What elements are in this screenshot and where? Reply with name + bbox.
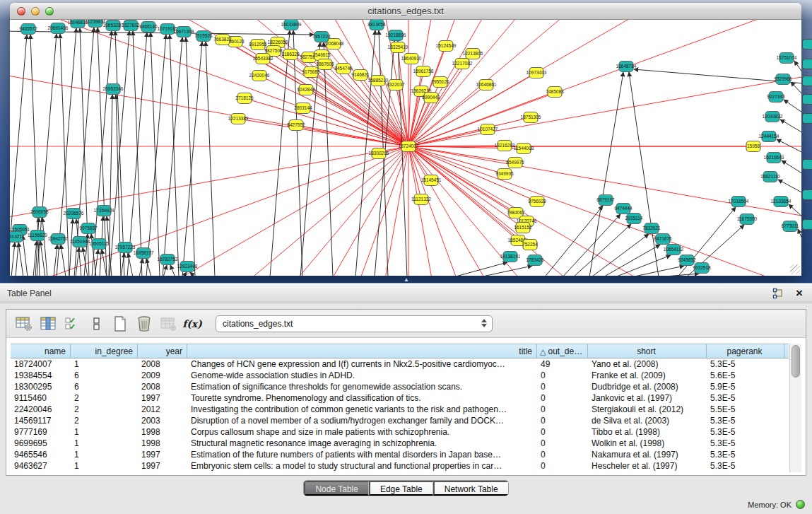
graph-node[interactable]: 8322037 [387, 80, 405, 90]
graph-node[interactable]: 9245652 [678, 255, 696, 266]
create-column-icon[interactable] [110, 313, 131, 334]
graph-node[interactable]: 16958107 [134, 248, 154, 259]
graph-node[interactable]: 7955126 [431, 77, 449, 88]
table-row[interactable]: 977716911998Corpus callosum shape and si… [11, 426, 789, 438]
cell-in_degree[interactable]: 1 [71, 460, 138, 472]
float-window-icon[interactable] [771, 286, 785, 300]
graph-node[interactable]: 9032518 [693, 263, 711, 274]
graph-node[interactable]: 8427552 [287, 120, 305, 131]
graph-node[interactable]: 16210643 [764, 153, 784, 163]
cell-name[interactable]: 9699695 [11, 438, 71, 449]
cell-title[interactable]: Embryonic stem cells: a model to study s… [187, 460, 537, 472]
graph-node[interactable]: 9227343 [767, 92, 785, 103]
cell-short[interactable]: de Silva et al. (2003) [588, 415, 707, 426]
graph-node[interactable]: 17016504 [729, 197, 749, 207]
graph-node[interactable]: 16033809 [281, 20, 302, 30]
table-row[interactable]: 969969511998Structural magnetic resonanc… [11, 438, 789, 449]
cell-title[interactable]: Estimation of significance thresholds fo… [187, 381, 537, 392]
scrollbar-thumb[interactable] [792, 345, 800, 378]
graph-node[interactable]: 12213805 [463, 49, 483, 59]
graph-node[interactable]: 9474444 [614, 204, 632, 214]
graph-node[interactable]: 18300295 [369, 148, 389, 159]
column-header-out_degree[interactable]: △out_de… [537, 344, 588, 358]
cell-title[interactable]: Estimation of the future numbers of pati… [187, 449, 537, 460]
cell-name[interactable]: 9465546 [11, 449, 71, 460]
graph-node[interactable]: 8549975 [506, 158, 524, 168]
cell-pagerank[interactable]: 5.3E-5 [707, 358, 784, 370]
graph-node[interactable]: 8466140 [139, 22, 158, 33]
graph-node[interactable]: 15124549 [436, 41, 457, 52]
table-mode-icon[interactable] [86, 313, 107, 334]
graph-node[interactable]: 2935114 [625, 214, 643, 224]
cell-year[interactable]: 1998 [138, 426, 187, 438]
table-row[interactable]: 911546021997Tourette syndrome. Phenomeno… [11, 392, 789, 404]
delete-column-icon[interactable] [134, 313, 155, 334]
cell-pagerank[interactable]: 5.3E-5 [707, 438, 784, 449]
graph-node[interactable]: 11156829 [28, 230, 47, 241]
table-selector-dropdown[interactable]: citations_edges.txt [216, 315, 493, 332]
cell-short[interactable]: Jankovic et al. (1997) [588, 392, 707, 404]
graph-node[interactable]: 8990443 [422, 93, 440, 103]
cell-out_degree[interactable]: 0 [537, 426, 588, 438]
table-row[interactable]: 2242004622012Investigating the contribut… [11, 404, 789, 415]
graph-node[interactable]: 13942757 [48, 234, 69, 245]
cell-pagerank[interactable]: 5.3E-5 [707, 426, 784, 438]
graph-node[interactable]: 18325419 [388, 42, 408, 53]
cell-title[interactable]: Tourette syndrome. Phenomenology and cla… [187, 392, 537, 404]
cell-year[interactable]: 1998 [138, 438, 187, 449]
graph-node[interactable]: 7485083 [546, 87, 564, 98]
graph-node[interactable]: 12444154 [759, 132, 779, 142]
graph-hub-node[interactable]: 18724007 [399, 141, 419, 152]
graph-node[interactable]: 16671308 [174, 27, 194, 37]
cell-name[interactable]: 18300295 [11, 381, 71, 392]
cell-out_degree[interactable]: 49 [537, 358, 588, 370]
table-row[interactable]: 1872400712008Changes of HCN gene express… [11, 358, 789, 370]
column-header-short[interactable]: short [588, 344, 707, 358]
cell-in_degree[interactable]: 6 [71, 370, 138, 381]
graph-node[interactable]: 11121332 [411, 194, 431, 205]
graph-node[interactable]: 19218896 [386, 30, 406, 41]
graph-node[interactable]: 2803144 [294, 103, 312, 114]
graph-node[interactable]: 7832621 [642, 223, 661, 234]
cell-in_degree[interactable]: 2 [71, 392, 138, 404]
graph-node[interactable]: 1783426 [526, 255, 544, 266]
cell-in_degree[interactable]: 2 [71, 404, 138, 415]
graph-node[interactable]: 6879197 [596, 195, 615, 206]
graph-node[interactable]: 9975887 [79, 223, 98, 234]
graph-node[interactable]: 9242844 [297, 85, 315, 95]
graph-node[interactable]: 18640910 [401, 54, 422, 64]
column-header-title[interactable]: title [187, 344, 537, 358]
graph-node[interactable]: 16648784 [616, 62, 637, 72]
graph-node[interactable]: 17359924 [94, 206, 114, 216]
vertical-scrollbar[interactable] [789, 344, 801, 472]
delete-table-icon[interactable] [158, 313, 179, 334]
cell-short[interactable]: Wolkin et al. (1998) [588, 438, 707, 449]
graph-node[interactable]: 8454749 [334, 64, 353, 74]
graph-node[interactable]: 7857224 [312, 32, 331, 42]
cell-short[interactable]: Stergiakouli et al. (2012) [588, 404, 707, 415]
select-columns-icon[interactable] [37, 313, 59, 334]
graph-node[interactable]: 2867608 [316, 59, 334, 70]
graph-node[interactable]: 3913214 [10, 232, 25, 243]
graph-node[interactable]: 8471876 [654, 234, 672, 245]
cell-title[interactable]: Structural magnetic resonance image aver… [187, 438, 537, 449]
cell-name[interactable]: 22420046 [11, 404, 71, 415]
graph-node[interactable]: 10973403 [526, 68, 547, 78]
cell-in_degree[interactable]: 6 [71, 381, 138, 392]
graph-node[interactable]: 1527602 [122, 21, 140, 31]
graph-node[interactable]: 13216283 [495, 141, 515, 151]
cell-short[interactable]: Franke et al. (2009) [588, 370, 707, 381]
graph-node[interactable]: 17957223 [115, 243, 136, 253]
graph-node[interactable]: 6773011 [782, 221, 799, 232]
window-titlebar[interactable]: citations_edges.txt [10, 3, 801, 20]
table-row[interactable]: 1938455462009Genome-wide association stu… [11, 370, 789, 381]
cell-pagerank[interactable]: 5.3E-5 [707, 392, 784, 404]
column-header-name[interactable]: name [11, 344, 71, 358]
graph-node[interactable]: 9146821 [351, 70, 370, 81]
graph-node[interactable]: 15958 [746, 141, 760, 152]
splitter-handle[interactable]: ▲ [400, 277, 413, 283]
cell-year[interactable]: 2003 [138, 415, 187, 426]
column-header-pagerank[interactable]: pagerank [707, 344, 784, 358]
cell-out_degree[interactable]: 0 [537, 404, 588, 415]
graph-node[interactable]: 7515526 [194, 31, 213, 42]
